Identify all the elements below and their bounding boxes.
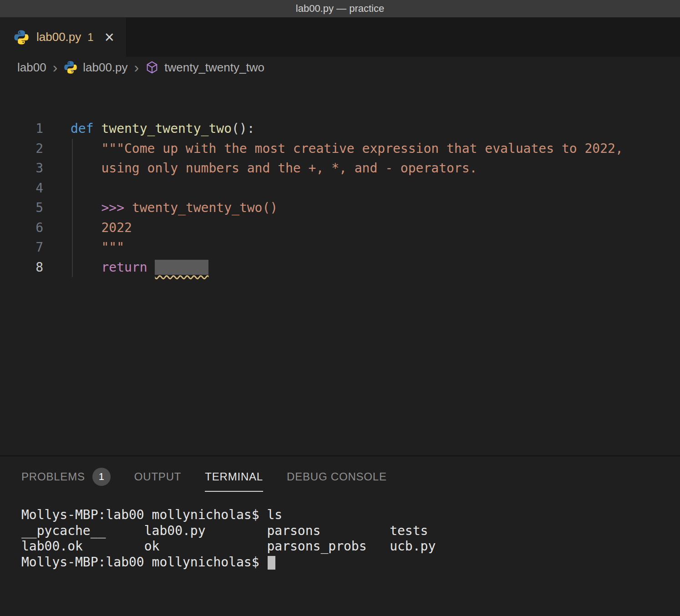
code-token: 2022: [71, 220, 132, 235]
panel-tab-output[interactable]: OUTPUT: [122, 456, 193, 497]
code-token: ():: [232, 121, 255, 136]
terminal-text: __pycache__ lab00.py parsons tests: [21, 523, 428, 538]
terminal-line: lab00.ok ok parsons_probs ucb.py: [21, 539, 680, 555]
terminal-text: lab00.ok ok parsons_probs ucb.py: [21, 539, 436, 554]
terminal-text: Mollys-MBP:lab00 mollynicholas$ ls: [21, 507, 282, 522]
terminal-line: Mollys-MBP:lab00 mollynicholas$ ls: [21, 507, 680, 523]
code-token: twenty_twenty_two: [101, 121, 232, 136]
code-text: def twenty_twenty_two():: [71, 119, 255, 139]
panel-tab-label: TERMINAL: [205, 470, 263, 483]
panel-tab-debug-console[interactable]: DEBUG CONSOLE: [275, 456, 399, 497]
tab-problems-count: 1: [87, 31, 93, 44]
line-number: 6: [0, 218, 43, 238]
code-text: """Come up with the most creative expres…: [71, 139, 623, 159]
code-text: return: [71, 258, 208, 278]
code-line[interactable]: 3 using only numbers and the +, *, and -…: [0, 158, 680, 178]
panel-tab-problems[interactable]: PROBLEMS1: [10, 456, 122, 497]
code-line[interactable]: 5 >>> twenty_twenty_two(): [0, 198, 680, 218]
panel-tab-label: DEBUG CONSOLE: [287, 470, 387, 483]
code-token: using only numbers and the +, *, and - o…: [71, 161, 477, 176]
breadcrumb-folder[interactable]: lab00: [17, 61, 46, 75]
window-title: lab00.py — practice: [296, 3, 384, 15]
code-line[interactable]: 7 """: [0, 237, 680, 258]
chevron-right-icon: ›: [53, 60, 58, 75]
breadcrumb: lab00 › lab00.py › twenty_twenty_two: [0, 57, 680, 78]
line-number: 2: [0, 139, 43, 159]
code-token: return: [101, 260, 147, 275]
code-token: [94, 121, 101, 136]
line-number: 1: [0, 119, 43, 139]
terminal-line: __pycache__ lab00.py parsons tests: [21, 523, 680, 539]
tab-lab00-py[interactable]: lab00.py 1 ×: [0, 17, 126, 57]
python-icon: [64, 61, 77, 74]
panel-tab-terminal[interactable]: TERMINAL: [193, 456, 275, 497]
line-number: 7: [0, 237, 43, 258]
terminal-output[interactable]: Mollys-MBP:lab00 mollynicholas$ ls__pyca…: [0, 497, 680, 570]
code-token: def: [71, 121, 94, 136]
panel-tab-label: PROBLEMS: [21, 470, 85, 483]
code-token: twenty_twenty_two(): [132, 200, 278, 215]
editor-tab-bar: lab00.py 1 ×: [0, 17, 680, 57]
code-token: """Come up with the most creative expres…: [71, 141, 623, 156]
tab-label: lab00.py: [36, 30, 81, 44]
bottom-panel: PROBLEMS1OUTPUTTERMINALDEBUG CONSOLE Mol…: [0, 455, 680, 616]
code-line[interactable]: 1def twenty_twenty_two():: [0, 119, 680, 139]
line-number: 3: [0, 158, 43, 178]
chevron-right-icon: ›: [134, 60, 139, 75]
line-number: 8: [0, 258, 43, 278]
problems-count-badge: 1: [92, 468, 111, 486]
code-token: >>>: [101, 200, 132, 215]
vscode-window: lab00.py — practice lab00.py 1 × lab00 ›…: [0, 0, 680, 616]
breadcrumb-symbol[interactable]: twenty_twenty_two: [164, 61, 264, 75]
code-token: [71, 260, 101, 275]
code-line[interactable]: 6 2022: [0, 218, 680, 238]
panel-tab-bar: PROBLEMS1OUTPUTTERMINALDEBUG CONSOLE: [0, 456, 680, 497]
code-text: 2022: [71, 218, 132, 238]
line-number: 5: [0, 198, 43, 218]
line-number: 4: [0, 178, 43, 198]
code-text: >>> twenty_twenty_two(): [71, 198, 278, 218]
terminal-text: Mollys-MBP:lab00 mollynicholas$: [21, 555, 267, 570]
code-text: using only numbers and the +, *, and - o…: [71, 158, 477, 178]
breadcrumb-file[interactable]: lab00.py: [83, 61, 127, 75]
symbol-method-icon: [145, 61, 159, 74]
terminal-line: Mollys-MBP:lab00 mollynicholas$: [21, 555, 680, 571]
python-icon: [14, 30, 29, 45]
editor-lines: 1def twenty_twenty_two():2 """Come up wi…: [0, 119, 680, 277]
code-token: [71, 200, 101, 215]
panel-tab-label: OUTPUT: [134, 470, 181, 483]
close-icon[interactable]: ×: [105, 29, 114, 45]
code-line[interactable]: 8 return: [0, 258, 680, 278]
terminal-cursor: [268, 556, 275, 570]
code-text: """: [71, 237, 124, 258]
code-line[interactable]: 2 """Come up with the most creative expr…: [0, 139, 680, 159]
code-token: """: [71, 240, 124, 255]
code-editor[interactable]: 1def twenty_twenty_two():2 """Come up wi…: [0, 78, 680, 455]
code-line[interactable]: 4: [0, 178, 680, 198]
answer-blank-selection[interactable]: [155, 260, 208, 275]
window-title-bar: lab00.py — practice: [0, 0, 680, 17]
code-token: [147, 260, 155, 275]
